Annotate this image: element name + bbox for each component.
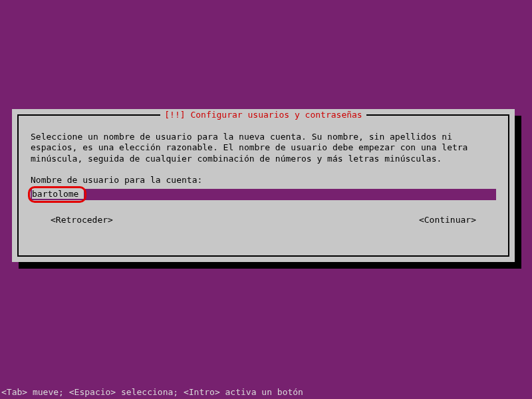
text-cursor (78, 189, 84, 199)
dialog-body-text: Seleccione un nombre de usuario para la … (31, 132, 496, 164)
username-input-value: bartolome (32, 189, 78, 199)
title-wrap: [!!] Configurar usuarios y contraseñas (19, 110, 508, 120)
dialog: [!!] Configurar usuarios y contraseñas S… (12, 109, 515, 262)
status-bar: <Tab> mueve; <Espacio> selecciona; <Intr… (0, 387, 305, 397)
back-button[interactable]: <Retroceder> (51, 215, 113, 225)
continue-button[interactable]: <Continuar> (419, 215, 476, 225)
dialog-inner: [!!] Configurar usuarios y contraseñas S… (17, 114, 509, 257)
dialog-title: [!!] Configurar usuarios y contraseñas (160, 110, 366, 120)
username-input[interactable]: bartolome (31, 189, 496, 200)
input-prompt: Nombre de usuario para la cuenta: (31, 175, 496, 185)
button-row: <Retroceder> <Continuar> (31, 215, 496, 225)
